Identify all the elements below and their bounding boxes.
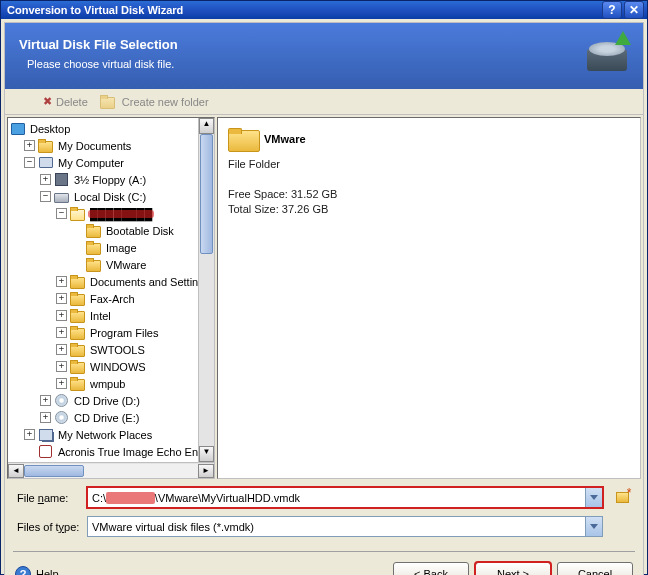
tree-node-program-files[interactable]: +Program Files (8, 324, 198, 341)
floppy-icon (54, 173, 69, 187)
folder-icon (70, 343, 85, 357)
cancel-button[interactable]: Cancel (557, 562, 633, 575)
details-pane: VMware File Folder Free Space: 31.52 GB … (217, 117, 641, 479)
expander-icon[interactable]: + (56, 344, 67, 355)
expander-icon[interactable]: + (40, 174, 51, 185)
wizard-window: Conversion to Virtual Disk Wizard ? ✕ Vi… (0, 0, 648, 575)
folder-icon (70, 275, 85, 289)
tree-node-windows[interactable]: +WINDOWS (8, 358, 198, 375)
expander-icon[interactable]: + (56, 361, 67, 372)
window-title: Conversion to Virtual Disk Wizard (7, 4, 602, 16)
cd-icon (54, 411, 69, 425)
expander-icon[interactable]: − (24, 157, 35, 168)
titlebar: Conversion to Virtual Disk Wizard ? ✕ (1, 1, 647, 19)
horizontal-scrollbar[interactable]: ◄ ► (8, 462, 214, 478)
scroll-right-icon[interactable]: ► (198, 464, 214, 478)
tree-node-swtools[interactable]: +SWTOOLS (8, 341, 198, 358)
new-folder-icon (100, 95, 115, 109)
new-file-button[interactable] (613, 489, 631, 507)
scroll-down-icon[interactable]: ▼ (199, 446, 214, 462)
expander-icon[interactable]: − (40, 191, 51, 202)
scroll-left-icon[interactable]: ◄ (8, 464, 24, 478)
cd-icon (54, 394, 69, 408)
delete-button[interactable]: ✖ Delete (43, 95, 88, 108)
details-total-size: Total Size: 37.26 GB (228, 203, 630, 215)
expander-icon[interactable]: + (56, 310, 67, 321)
expander-icon[interactable]: + (24, 429, 35, 440)
create-folder-button[interactable]: Create new folder (100, 95, 209, 109)
drive-icon (54, 190, 69, 204)
folder-icon (86, 258, 101, 272)
help-titlebar-button[interactable]: ? (602, 1, 622, 19)
next-button[interactable]: Next > (475, 562, 551, 575)
folder-icon (70, 377, 85, 391)
tree-node-vmware[interactable]: VMware (8, 256, 198, 273)
header-title: Virtual Disk File Selection (19, 37, 585, 52)
folder-icon (86, 241, 101, 255)
toolbar: ✖ Delete Create new folder (5, 89, 643, 115)
tree-node-intel[interactable]: +Intel (8, 307, 198, 324)
tree-node-image[interactable]: Image (8, 239, 198, 256)
tree-node-bootable-disk[interactable]: Bootable Disk (8, 222, 198, 239)
filetype-dropdown-button[interactable] (586, 516, 603, 537)
filename-input-wrap: C:\██████\VMware\MyVirtualHDD.vmdk (87, 487, 603, 508)
expander-icon[interactable]: + (56, 293, 67, 304)
expander-icon[interactable]: + (56, 378, 67, 389)
folder-icon (70, 326, 85, 340)
tree-node-wmpub[interactable]: +wmpub (8, 375, 198, 392)
folder-icon (70, 309, 85, 323)
expander-icon[interactable]: − (56, 208, 67, 219)
expander-icon[interactable]: + (24, 140, 35, 151)
folder-tree-pane: Desktop +My Documents −My Computer +3½ F… (7, 117, 215, 479)
expander-icon[interactable]: + (40, 412, 51, 423)
tree-node-floppy[interactable]: +3½ Floppy (A:) (8, 171, 198, 188)
wizard-header: Virtual Disk File Selection Please choos… (5, 23, 643, 89)
tree-node-cd-drive-d[interactable]: +CD Drive (D:) (8, 392, 198, 409)
help-link[interactable]: ? Help (15, 566, 59, 576)
folder-icon (38, 139, 53, 153)
separator (13, 551, 635, 552)
folder-open-icon (70, 207, 85, 221)
folder-large-icon (228, 126, 258, 152)
filetype-label: Files of type: (17, 521, 81, 533)
scroll-up-icon[interactable]: ▲ (199, 118, 214, 134)
network-icon (38, 428, 53, 442)
folder-tree[interactable]: Desktop +My Documents −My Computer +3½ F… (8, 118, 198, 462)
desktop-icon (10, 122, 25, 136)
folder-icon (86, 224, 101, 238)
tree-node-acronis[interactable]: Acronis True Image Echo Ente (8, 443, 198, 460)
tree-node-network-places[interactable]: +My Network Places (8, 426, 198, 443)
details-free-space: Free Space: 31.52 GB (228, 188, 630, 200)
expander-icon[interactable]: + (56, 276, 67, 287)
tree-node-redacted[interactable]: −████████ (8, 205, 198, 222)
app-icon (38, 445, 53, 459)
folder-icon (70, 292, 85, 306)
header-subtitle: Please choose virtual disk file. (19, 58, 585, 70)
details-type: File Folder (228, 158, 630, 170)
filename-dropdown-button[interactable] (586, 487, 603, 508)
back-button[interactable]: < Back (393, 562, 469, 575)
tree-node-my-computer[interactable]: −My Computer (8, 154, 198, 171)
filetype-input-wrap: VMware virtual disk files (*.vmdk) (87, 516, 603, 537)
details-name: VMware (264, 133, 306, 145)
tree-node-fax-arch[interactable]: +Fax-Arch (8, 290, 198, 307)
filename-label: File name: (17, 492, 81, 504)
filename-input[interactable]: C:\██████\VMware\MyVirtualHDD.vmdk (87, 487, 586, 508)
disk-convert-icon (585, 33, 629, 73)
scroll-thumb[interactable] (200, 134, 213, 254)
expander-icon[interactable]: + (40, 395, 51, 406)
tree-node-my-documents[interactable]: +My Documents (8, 137, 198, 154)
expander-icon[interactable]: + (56, 327, 67, 338)
scroll-thumb[interactable] (24, 465, 84, 477)
vertical-scrollbar[interactable]: ▲ ▼ (198, 118, 214, 462)
filetype-select[interactable]: VMware virtual disk files (*.vmdk) (87, 516, 586, 537)
close-titlebar-button[interactable]: ✕ (624, 1, 644, 19)
tree-node-cd-drive-e[interactable]: +CD Drive (E:) (8, 409, 198, 426)
tree-node-local-disk-c[interactable]: −Local Disk (C:) (8, 188, 198, 205)
help-icon: ? (15, 566, 31, 576)
delete-icon: ✖ (43, 95, 52, 108)
folder-icon (70, 360, 85, 374)
tree-node-desktop[interactable]: Desktop (8, 120, 198, 137)
computer-icon (38, 156, 53, 170)
tree-node-documents-settings[interactable]: +Documents and Setting (8, 273, 198, 290)
